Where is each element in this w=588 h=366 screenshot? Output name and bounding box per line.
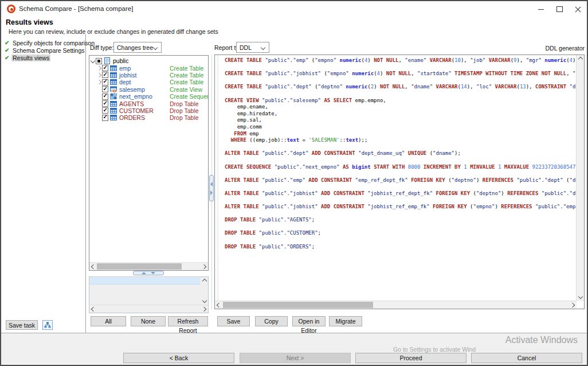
ddl-report-panel: CREATE TABLE "public"."emp" ("empno" num…	[214, 54, 585, 309]
next-button[interactable]: Next >	[240, 353, 351, 363]
item-action-label: Drop Table	[170, 114, 199, 121]
detail-vertical-scrollbar[interactable]	[201, 277, 208, 305]
table-icon	[110, 79, 117, 85]
tree-item-emp[interactable]: empCreate Table	[89, 64, 208, 71]
item-checkbox[interactable]	[102, 86, 108, 92]
item-checkbox[interactable]	[102, 100, 108, 107]
maximize-button[interactable]	[550, 1, 569, 17]
scroll-right-icon	[570, 303, 575, 307]
code-vertical-scrollbar[interactable]	[576, 55, 584, 301]
code-line	[225, 224, 576, 231]
changes-tree-panel: publicempCreate TablejobhistCreate Table…	[89, 55, 209, 271]
all-button[interactable]: All	[91, 316, 126, 326]
item-checkbox[interactable]	[102, 65, 108, 71]
scrollbar-thumb[interactable]	[223, 302, 373, 308]
chevron-down-icon[interactable]	[89, 59, 96, 63]
close-button[interactable]	[569, 1, 587, 17]
code-line: emp.hiredate,	[225, 111, 576, 118]
item-checkbox[interactable]	[102, 115, 108, 121]
table-icon	[110, 72, 117, 79]
copy-button[interactable]: Copy	[255, 316, 288, 326]
item-action-label: Create View	[170, 86, 202, 93]
save-task-button[interactable]: Save task	[6, 320, 38, 330]
wizard-step[interactable]: ✔Schema Compare Settings	[5, 46, 85, 54]
code-line: CREATE TABLE "public"."jobhist" ("empno"…	[225, 71, 576, 77]
diff-type-select[interactable]: Changes tree	[113, 42, 162, 53]
item-action-label: Drop Table	[170, 107, 199, 114]
chevron-right-icon[interactable]	[96, 67, 102, 70]
code-horizontal-scrollbar[interactable]	[215, 301, 577, 309]
code-line: CREATE VIEW "public"."salesemp" AS SELEC…	[225, 98, 576, 104]
tree-item-CUSTOMER[interactable]: CUSTOMERDrop Table	[89, 107, 208, 114]
horizontal-splitter-handle[interactable]	[133, 271, 164, 275]
item-name: jobhist	[119, 72, 136, 79]
ddl-code[interactable]: CREATE TABLE "public"."emp" ("empno" num…	[225, 57, 576, 301]
item-name: salesemp	[119, 86, 145, 93]
splitter-left-icon	[210, 182, 213, 186]
item-checkbox[interactable]	[96, 58, 102, 64]
code-line: DROP TABLE "public"."CUSTOMER";	[225, 230, 576, 237]
code-line: ALTER TABLE "public"."jobhist" ADD CONST…	[225, 190, 576, 197]
code-line: ALTER TABLE "public"."emp" ADD CONSTRAIN…	[225, 177, 576, 184]
diff-type-value: Changes tree	[117, 44, 153, 51]
chevron-right-icon[interactable]	[96, 73, 102, 77]
detail-preview-panel	[89, 277, 209, 313]
item-name: ORDERS	[119, 114, 145, 121]
item-action-label: Create Table	[170, 79, 203, 85]
wizard-step[interactable]: ✔Specify objects for comparison	[5, 39, 85, 46]
chevron-right-icon[interactable]	[96, 80, 102, 84]
scroll-up-icon	[578, 57, 583, 61]
tree-item-jobhist[interactable]: jobhistCreate Table	[89, 72, 208, 79]
scroll-up-icon	[202, 279, 207, 283]
scroll-left-icon	[217, 303, 221, 307]
wizard-steps: ✔Specify objects for comparison✔Schema C…	[5, 39, 85, 61]
check-icon: ✔	[5, 47, 11, 53]
report-type-select[interactable]: DDL	[236, 42, 269, 53]
minimize-button[interactable]	[532, 1, 550, 17]
code-line	[225, 77, 576, 84]
save-button[interactable]: Save	[217, 316, 250, 326]
tree-item-AGENTS[interactable]: AGENTSDrop Table	[89, 100, 208, 107]
refresh-report-button[interactable]: Refresh Report	[168, 316, 208, 326]
tree-item-salesemp[interactable]: salesempCreate View	[89, 86, 208, 93]
code-line	[225, 144, 576, 151]
code-line: CREATE TABLE "public"."emp" ("empno" num…	[225, 57, 576, 64]
item-name: emp	[119, 65, 131, 72]
scroll-down-icon	[578, 294, 583, 299]
tree-item-next_empno[interactable]: next_empnoCreate Sequence	[89, 93, 208, 100]
connection-icon-button[interactable]	[42, 320, 53, 330]
tree-item-ORDERS[interactable]: ORDERSDrop Table	[89, 114, 208, 121]
item-checkbox[interactable]	[102, 107, 108, 114]
item-name: public	[113, 57, 128, 64]
cancel-button[interactable]: Cancel	[471, 353, 582, 363]
vertical-splitter-handle[interactable]	[209, 175, 214, 201]
none-button[interactable]: None	[131, 316, 166, 326]
item-checkbox[interactable]	[102, 72, 108, 78]
item-name: CUSTOMER	[119, 107, 154, 114]
proceed-button[interactable]: Proceed	[355, 353, 467, 363]
view-icon	[110, 86, 117, 93]
scroll-right-icon	[202, 264, 206, 269]
tree-item-public[interactable]: public	[89, 57, 208, 64]
bottom-bar: Activate Windows Go to Settings to activ…	[1, 333, 587, 365]
detail-selected-row[interactable]	[90, 278, 200, 285]
code-line	[225, 170, 576, 177]
tree-item-dept[interactable]: deptCreate Table	[89, 79, 208, 85]
activate-windows-watermark: Activate Windows	[505, 335, 578, 345]
item-checkbox[interactable]	[102, 94, 108, 100]
sequence-icon	[110, 93, 117, 100]
wizard-step-label: Results views	[11, 54, 50, 61]
item-checkbox[interactable]	[102, 79, 108, 85]
network-icon	[44, 322, 51, 328]
back-button[interactable]: < Back	[123, 353, 234, 363]
tree-horizontal-scrollbar[interactable]	[89, 262, 208, 270]
wizard-step[interactable]: ✔Results views	[5, 54, 85, 61]
scrollbar-thumb[interactable]	[97, 263, 182, 270]
schema-icon	[104, 57, 111, 64]
diff-tree: publicempCreate TablejobhistCreate Table…	[89, 57, 208, 122]
open-in-editor-button[interactable]: Open in Editor	[292, 316, 326, 326]
detail-horizontal-scrollbar[interactable]	[89, 305, 208, 313]
code-line	[225, 91, 576, 98]
migrate-button[interactable]: Migrate	[329, 316, 362, 326]
code-line	[225, 237, 576, 244]
